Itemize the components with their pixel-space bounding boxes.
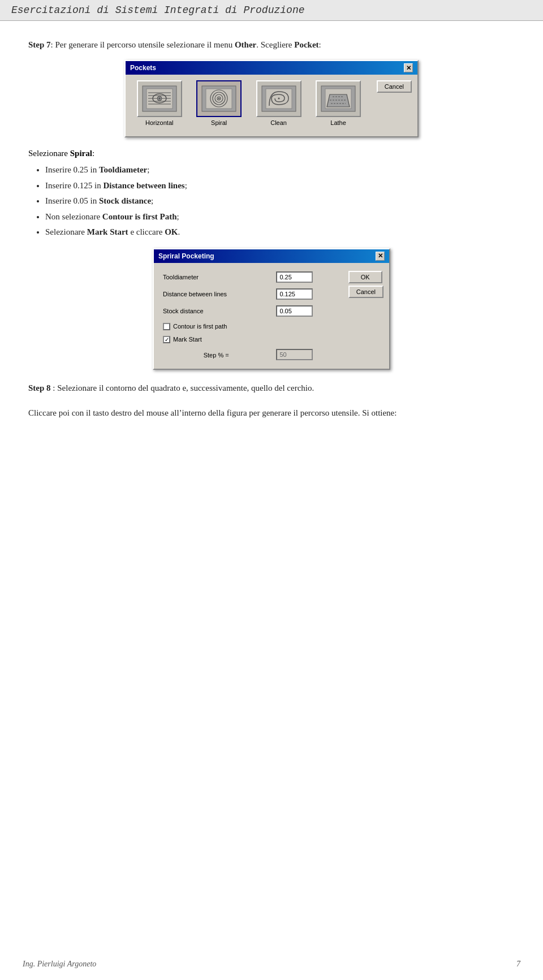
pockets-content: Horizontal [126,75,417,136]
markstart-cell: Mark Start [160,333,343,346]
tooldiameter-input[interactable] [276,271,313,283]
pockets-grid: Horizontal [131,80,367,126]
pockets-close-button[interactable]: ✕ [404,63,413,72]
step8-number: Step 8 [28,383,51,392]
field-label-distance: Distance between lines [160,286,273,303]
clean-svg [259,83,299,114]
page-footer: Ing. Pierluigi Argoneto 7 [0,960,543,969]
pocket-label-horizontal: Horizontal [145,119,174,126]
distance-input[interactable] [276,288,313,300]
field-row-markstart: Mark Start [160,333,343,346]
b2-text: Inserire 0.05 in Stock distance; [45,196,153,205]
field-value-tooldiameter [273,269,342,286]
b2-bold: Stock distance [99,196,151,205]
step8-text: Step 8 : Selezionare il contorno del qua… [28,381,515,395]
field-row-stock: Stock distance [160,303,343,320]
bullet-item-2: Inserire 0.05 in Stock distance; [45,194,515,209]
selezionare-spiral-text: Selezionare Spiral: [28,149,515,158]
spacer-row: Contour is first path [160,320,343,333]
pocket-icon-clean[interactable] [256,80,301,117]
pockets-titlebar: Pockets ✕ [126,61,417,75]
spiral-content: Tooldiameter Distance between lines [154,263,389,369]
main-content: Step 7: Per generare il percorso utensil… [0,21,543,442]
b4-bold: Mark Start [87,227,128,236]
spiral-ok-button[interactable]: OK [348,271,382,283]
svg-marker-22 [327,94,350,107]
page-title: Esercitazioni di Sistemi Integrati di Pr… [11,5,532,16]
field-value-distance [273,286,342,303]
pockets-title: Pockets [130,64,156,72]
field-row-step: Step % = [160,346,343,363]
step8-text2: Cliccare poi con il tasto destro del mou… [28,406,515,420]
b1-text: Inserire 0.125 in Distance between lines… [45,181,187,190]
pockets-layout: Horizontal [131,80,412,131]
contour-label: Contour is first path [173,323,227,330]
svg-point-9 [158,98,160,100]
field-label-tooldiameter: Tooldiameter [160,269,273,286]
spiral-form-area: Tooldiameter Distance between lines [160,269,343,363]
pockets-right: Cancel [371,80,412,93]
pocket-icon-spiral[interactable] [196,80,242,117]
svg-point-19 [278,98,279,100]
bullet-item-1: Inserire 0.125 in Distance between lines… [45,179,515,193]
horizontal-svg [140,83,179,114]
b0-text: Inserire 0.25 in Tooldiameter; [45,165,149,174]
spiral-dialog: Spriral Pocketing ✕ Tooldiameter [153,248,390,370]
b4-ok: OK [165,227,178,236]
spiral-title: Spriral Pocketing [158,252,214,260]
pocket-item-lathe[interactable]: Lathe [310,80,366,126]
svg-point-16 [218,98,220,100]
pockets-dialog-container: Pockets ✕ [28,60,515,137]
step8-body2: Cliccare poi con il tasto destro del mou… [28,408,397,417]
bullet-item-0: Inserire 0.25 in Tooldiameter; [45,163,515,178]
b1-bold: Distance between lines [103,181,184,190]
step7-colon: : [319,40,321,49]
spiral-layout: Tooldiameter Distance between lines [160,269,383,363]
bullet-item-3: Non selezionare Contour is first Path; [45,210,515,225]
pocket-item-horizontal[interactable]: Horizontal [131,80,187,126]
field-row-empty: Contour is first path [160,320,343,333]
pocket-item-clean[interactable]: Clean [251,80,307,126]
b3-text: Non selezionare Contour is first Path; [45,212,179,221]
pocket-icon-lathe[interactable] [316,80,361,117]
field-value-stock [273,303,342,320]
pocket-label-lathe: Lathe [330,119,346,126]
markstart-label: Mark Start [173,336,202,343]
spiral-titlebar: Spriral Pocketing ✕ [154,249,389,263]
spiral-cancel-button[interactable]: Cancel [348,286,383,298]
bullet-item-4: Selezionare Mark Start e cliccare OK. [45,225,515,240]
pocket-label-spiral: Spiral [211,119,227,126]
field-row-distance: Distance between lines [160,286,343,303]
sel-text: Selezionare [28,149,70,158]
spiral-svg [199,83,239,114]
contour-checkbox[interactable] [163,323,170,330]
spiral-buttons: OK Cancel [348,269,383,363]
spiral-form-table: Tooldiameter Distance between lines [160,269,343,363]
field-label-stock: Stock distance [160,303,273,320]
lathe-svg [318,83,358,114]
step-label-cell: Step % = [160,346,273,363]
markstart-checkbox[interactable] [163,336,170,343]
stock-input[interactable] [276,305,313,317]
step7-intro: Step 7: Per generare il percorso utensil… [28,38,515,51]
b4-text: Selezionare Mark Start e cliccare OK. [45,227,180,236]
step8-body: : Selezionare il contorno del quadrato e… [51,383,314,392]
bullet-list: Inserire 0.25 in Tooldiameter; Inserire … [28,163,515,240]
step7-text-intro: : Per generare il percorso utensile sele… [51,40,235,49]
field-row-tooldiameter: Tooldiameter [160,269,343,286]
sel-colon: : [92,149,94,158]
b0-bold: Tooldiameter [99,165,147,174]
pockets-icons-area: Horizontal [131,80,367,131]
markstart-checkbox-row: Mark Start [163,336,339,343]
step-input [276,349,313,360]
pockets-cancel-button[interactable]: Cancel [377,80,412,93]
pocket-icon-horizontal[interactable] [137,80,182,117]
pocket-item-spiral[interactable]: Spiral [191,80,247,126]
step7-menu: Other [235,40,256,49]
spiral-close-button[interactable]: ✕ [376,252,385,261]
contour-checkbox-row: Contour is first path [163,323,339,330]
pocket-label-clean: Clean [270,119,287,126]
page-header: Esercitazioni di Sistemi Integrati di Pr… [0,0,543,21]
footer-author: Ing. Pierluigi Argoneto [23,960,96,969]
spiral-dialog-container: Spriral Pocketing ✕ Tooldiameter [28,248,515,370]
